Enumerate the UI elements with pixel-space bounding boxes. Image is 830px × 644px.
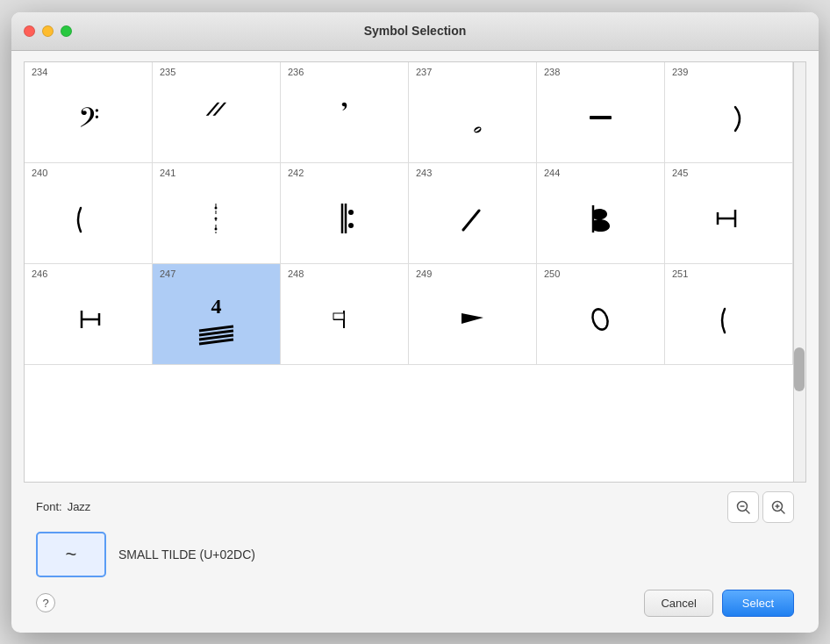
symbol-grid: 234𝄢235𝄓236𝄒237𝅗238239240241242243244245… [25, 62, 793, 365]
cell-number: 244 [544, 168, 657, 178]
maximize-button[interactable] [61, 25, 72, 37]
symbol-cell[interactable]: 249 [409, 264, 537, 365]
cell-number: 236 [288, 68, 401, 77]
svg-point-29 [590, 306, 610, 331]
font-line: Font: Jazz [36, 491, 794, 523]
cell-number: 240 [32, 168, 145, 178]
cell-number: 245 [672, 168, 785, 178]
cell-number: 238 [544, 68, 657, 77]
cell-number: 248 [288, 269, 401, 279]
cell-number: 246 [32, 269, 145, 279]
selected-symbol-row: ~ SMALL TILDE (U+02DC) [36, 532, 794, 577]
cell-number: 250 [544, 269, 657, 279]
cell-symbol: 𝅗 [416, 81, 529, 155]
zoom-in-button[interactable] [762, 491, 794, 523]
scrollbar-thumb[interactable] [794, 347, 805, 391]
symbol-cell[interactable]: 240 [25, 163, 153, 264]
select-button[interactable]: Select [722, 590, 794, 617]
action-buttons: Cancel Select [644, 590, 794, 617]
symbol-cell[interactable]: 235𝄓 [153, 62, 281, 163]
symbol-cell[interactable]: 246 [25, 264, 153, 365]
help-label: ? [42, 597, 48, 610]
svg-text:𝅗: 𝅗 [474, 125, 482, 132]
zoom-buttons [727, 491, 794, 523]
cell-symbol [544, 182, 657, 256]
zoom-in-icon [770, 499, 786, 515]
zoom-out-icon [735, 499, 751, 515]
cell-symbol [672, 182, 785, 256]
svg-rect-4 [590, 116, 612, 119]
symbol-cell[interactable]: 238 [537, 62, 665, 163]
cell-symbol [160, 182, 273, 256]
titlebar: Symbol Selection [11, 12, 819, 51]
svg-line-36 [781, 510, 784, 513]
cell-number: 239 [672, 68, 785, 77]
svg-text:𝄢: 𝄢 [78, 103, 99, 140]
cell-number: 237 [416, 68, 529, 77]
traffic-lights [24, 25, 72, 37]
symbol-cell[interactable]: 236𝄒 [281, 62, 409, 163]
cell-symbol [416, 283, 529, 357]
window-content: 234𝄢235𝄓236𝄒237𝅗238239240241242243244245… [11, 51, 819, 633]
symbol-selection-window: Symbol Selection 234𝄢235𝄓236𝄒237𝅗2382392… [11, 12, 819, 633]
cell-number: 251 [672, 269, 785, 279]
help-button[interactable]: ? [36, 593, 55, 612]
cell-symbol [672, 81, 785, 155]
cell-number: 242 [288, 168, 401, 178]
svg-rect-28 [333, 313, 344, 319]
cell-symbol [288, 283, 401, 357]
cell-symbol [32, 283, 145, 357]
symbol-cell[interactable]: 242 [281, 163, 409, 264]
svg-text:𝄒: 𝄒 [341, 102, 347, 140]
cell-number: 247 [160, 269, 273, 279]
cell-symbol: 𝄓 [160, 81, 273, 155]
symbol-cell[interactable]: 243 [409, 163, 537, 264]
cell-number: 234 [32, 68, 145, 77]
svg-line-13 [463, 211, 479, 230]
cell-symbol [544, 81, 657, 155]
font-name: Jazz [68, 500, 91, 513]
window-title: Symbol Selection [364, 24, 467, 38]
symbol-cell[interactable]: 2474 [153, 264, 281, 365]
svg-line-32 [746, 510, 749, 513]
cell-number: 249 [416, 269, 529, 279]
selected-symbol-name: SMALL TILDE (U+02DC) [118, 547, 255, 562]
symbol-cell[interactable]: 248 [281, 264, 409, 365]
cell-symbol: 4 [160, 283, 273, 357]
cell-symbol [288, 182, 401, 256]
action-row: ? Cancel Select [36, 590, 794, 620]
zoom-out-button[interactable] [727, 491, 759, 523]
symbol-cell[interactable]: 234𝄢 [25, 62, 153, 163]
symbol-cell[interactable]: 244 [537, 163, 665, 264]
cell-number: 235 [160, 68, 273, 77]
cell-symbol [416, 182, 529, 256]
cell-symbol [672, 283, 785, 357]
cell-symbol [32, 182, 145, 256]
svg-text:4: 4 [211, 295, 222, 318]
symbol-cell[interactable]: 237𝅗 [409, 62, 537, 163]
selected-symbol-preview: ~ [36, 532, 106, 577]
cell-symbol: 𝄢 [32, 81, 145, 155]
close-button[interactable] [24, 25, 35, 37]
symbol-cell[interactable]: 250 [537, 264, 665, 365]
svg-point-12 [348, 223, 354, 228]
minimize-button[interactable] [42, 25, 54, 37]
symbol-cell[interactable]: 251 [665, 264, 793, 365]
scrollbar-track[interactable] [793, 62, 805, 482]
svg-point-11 [348, 210, 354, 215]
cell-number: 241 [160, 168, 273, 178]
symbol-cell[interactable]: 241 [153, 163, 281, 264]
symbol-cell[interactable]: 245 [665, 163, 793, 264]
cancel-button[interactable]: Cancel [644, 590, 712, 617]
cell-symbol: 𝄒 [288, 81, 401, 155]
cell-symbol [544, 283, 657, 357]
footer-bar: Font: Jazz [24, 483, 806, 620]
selected-symbol-char: ~ [66, 543, 77, 566]
svg-text:𝄓: 𝄓 [204, 102, 228, 140]
symbol-cell[interactable]: 239 [665, 62, 793, 163]
font-label: Font: [36, 500, 62, 513]
cell-number: 243 [416, 168, 529, 178]
symbol-grid-container[interactable]: 234𝄢235𝄓236𝄒237𝅗238239240241242243244245… [24, 61, 806, 483]
